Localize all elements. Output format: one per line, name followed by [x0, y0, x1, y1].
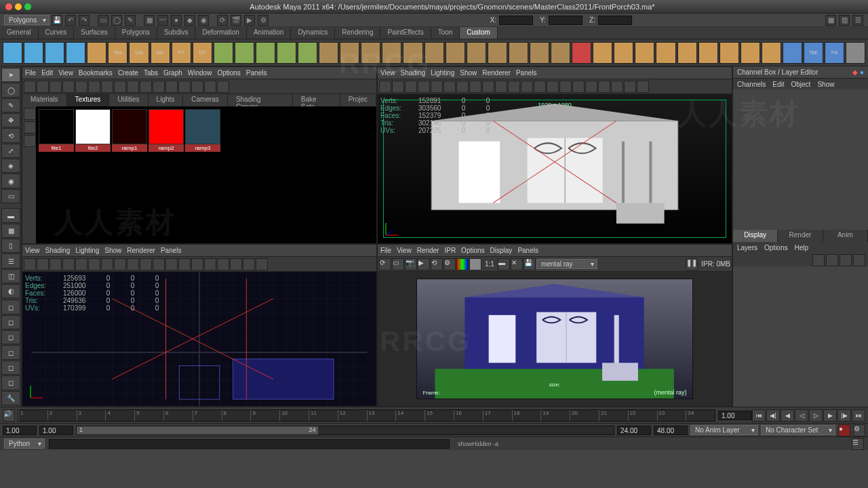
menu-file[interactable]: File — [25, 69, 36, 77]
shelf-button[interactable] — [467, 42, 486, 64]
hypershade-tab-materials[interactable]: Materials — [22, 94, 67, 106]
menu-renderer[interactable]: Renderer — [127, 247, 155, 254]
playback-end-field[interactable]: 24.00 — [617, 426, 651, 435]
layer-tab-anim[interactable]: Anim — [823, 230, 868, 242]
shelf-button[interactable] — [719, 42, 739, 64]
hs-tool-k[interactable] — [153, 81, 165, 93]
shelf-button[interactable] — [403, 42, 422, 64]
vp-tool[interactable] — [204, 258, 216, 270]
menu-renderer[interactable]: Renderer — [482, 69, 511, 77]
ortho-viewport[interactable]: Verts:125693000Edges:251000000Faces:1260… — [22, 272, 376, 406]
cb-icon[interactable]: ● — [860, 68, 864, 76]
hs-tool-f[interactable] — [88, 81, 100, 93]
menu-lighting[interactable]: Lighting — [75, 247, 99, 254]
shelf-tab-toon[interactable]: Toon — [431, 27, 460, 39]
manip-tool[interactable]: ◈ — [1, 159, 20, 173]
menu-panels[interactable]: Panels — [516, 69, 537, 77]
vp-tool[interactable] — [598, 81, 610, 93]
shelf-tab-deformation[interactable]: Deformation — [195, 27, 246, 39]
vp-tool[interactable] — [495, 81, 507, 93]
vp-tool[interactable] — [101, 258, 113, 270]
hs-tool-h[interactable] — [114, 81, 126, 93]
shelf-button[interactable] — [635, 42, 654, 64]
hs-tool-e[interactable] — [75, 81, 87, 93]
menu-view[interactable]: View — [380, 69, 395, 77]
shelf-tab-general[interactable]: General — [0, 27, 39, 39]
vp-tool[interactable] — [75, 258, 87, 270]
shelf-button[interactable] — [361, 42, 380, 64]
hypershade-tab-cameras[interactable]: Cameras — [183, 94, 228, 106]
cb-icon[interactable]: ◆ — [852, 68, 858, 76]
layer-delete-icon[interactable] — [853, 254, 865, 266]
vp-tool[interactable] — [230, 258, 242, 270]
play-back-icon[interactable]: ◁ — [795, 409, 808, 422]
shelf-button[interactable] — [656, 42, 675, 64]
shelf-button[interactable] — [235, 42, 254, 64]
redo-icon[interactable]: ↷ — [79, 15, 90, 26]
layout-icon[interactable]: ▦ — [825, 15, 836, 26]
shelf-button[interactable] — [298, 42, 317, 64]
vp-tool[interactable] — [456, 81, 469, 93]
rv-rgb-icon[interactable] — [456, 258, 469, 270]
coord-z-field[interactable] — [598, 16, 632, 25]
menu-view[interactable]: View — [397, 247, 412, 254]
single-pane-icon[interactable]: ▬ — [1, 208, 20, 222]
go-end-icon[interactable]: ⏭ — [852, 409, 865, 422]
shelf-button[interactable] — [530, 42, 549, 64]
go-start-icon[interactable]: ⏮ — [752, 409, 766, 422]
cb-menu-edit[interactable]: Edit — [772, 81, 784, 88]
rv-settings-icon[interactable]: ⚙ — [443, 258, 456, 270]
snap-point-icon[interactable]: ● — [171, 15, 182, 26]
shelf-tab-surfaces[interactable]: Surfaces — [74, 27, 115, 39]
minimize-icon[interactable] — [15, 3, 22, 10]
menu-panels[interactable]: Panels — [246, 69, 267, 77]
menu-bookmarks[interactable]: Bookmarks — [79, 69, 113, 77]
shelf-button[interactable] — [488, 42, 507, 64]
hs-tool-o[interactable] — [204, 81, 216, 93]
menu-shading[interactable]: Shading — [401, 69, 426, 77]
step-back-key-icon[interactable]: ◀| — [766, 409, 780, 422]
rv-alpha-icon[interactable] — [469, 258, 481, 270]
shelf-button[interactable] — [319, 42, 338, 64]
soft-tool[interactable]: ◉ — [1, 174, 20, 188]
vp-tool[interactable] — [431, 81, 443, 93]
range-bar[interactable]: 1 24 — [76, 426, 614, 435]
swatch-ramp2[interactable]: ramp2 — [149, 109, 184, 241]
paint-select-icon[interactable]: ✎ — [125, 15, 136, 26]
shelf-button[interactable] — [45, 42, 64, 64]
vp-tool[interactable] — [191, 258, 203, 270]
vp-tool[interactable] — [178, 258, 191, 270]
quick-layout-b[interactable]: ◻ — [1, 315, 20, 329]
select-tool[interactable]: ➤ — [1, 68, 20, 82]
select-mode-icon[interactable]: ▭ — [98, 15, 108, 26]
vp-tool[interactable] — [534, 81, 546, 93]
vp-tool[interactable] — [559, 81, 572, 93]
swatch-file1[interactable]: file1 — [39, 109, 74, 241]
shelf-tab-subdivs[interactable]: Subdivs — [157, 27, 196, 39]
rv-keep-icon[interactable]: ▬ — [498, 258, 510, 270]
vp-tool[interactable] — [165, 258, 178, 270]
step-fwd-key-icon[interactable]: |▶ — [837, 409, 851, 422]
outliner-icon[interactable]: ☰ — [1, 253, 20, 268]
vp-tool[interactable] — [443, 81, 456, 93]
paint-tool[interactable]: ✎ — [1, 98, 20, 113]
anim-end-field[interactable]: 48.00 — [654, 426, 688, 435]
shelf-button[interactable]: Unt — [129, 42, 149, 64]
play-fwd-icon[interactable]: ▷ — [809, 409, 823, 422]
close-icon[interactable] — [5, 3, 12, 10]
render-icon[interactable]: 🎬 — [231, 15, 241, 26]
sound-icon[interactable]: 🔊 — [3, 409, 15, 422]
hs-tool-p[interactable] — [217, 81, 229, 93]
vp-tool[interactable] — [217, 258, 229, 270]
menu-shading[interactable]: Shading — [45, 247, 71, 254]
command-input[interactable] — [49, 439, 450, 449]
hs-tool-d[interactable] — [62, 81, 75, 93]
ipr-icon[interactable]: ▶ — [244, 15, 255, 26]
layer-new-icon[interactable] — [812, 254, 825, 266]
hs-tool-n[interactable] — [191, 81, 203, 93]
hs-side-b[interactable] — [24, 121, 36, 134]
shelf-button[interactable] — [762, 42, 781, 64]
shelf-button[interactable] — [382, 42, 401, 64]
shelf-button[interactable] — [741, 42, 760, 64]
menu-panels[interactable]: Panels — [161, 247, 182, 254]
